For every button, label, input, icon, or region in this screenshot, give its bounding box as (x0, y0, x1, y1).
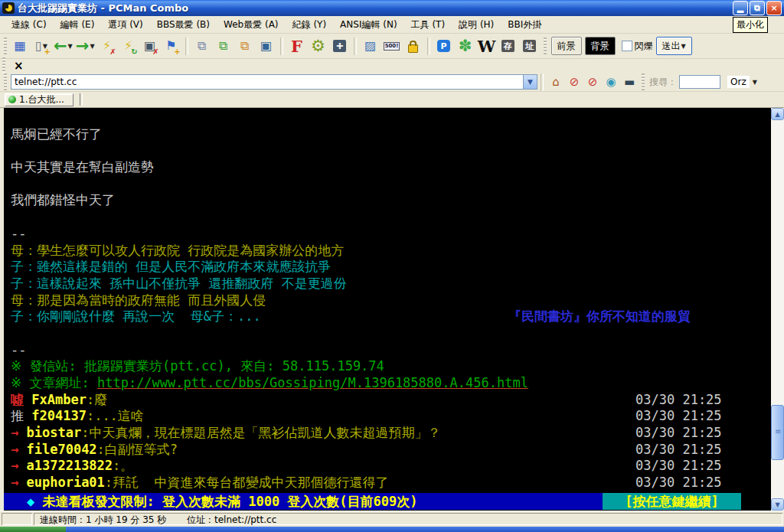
pcman-logo[interactable]: P (435, 37, 453, 55)
send-button[interactable]: 送出▼ (656, 37, 692, 55)
add-bookmark-icon[interactable]: ⚑+ (162, 37, 181, 55)
close-terminal-icon[interactable]: ▣✗ (141, 37, 159, 55)
menu-item-9[interactable]: 說明 (H) (452, 17, 501, 33)
window-title: 台大批踢踢實業坊 - PCMan Combo (18, 2, 731, 15)
menu-item-2[interactable]: 編輯 (E) (54, 17, 102, 33)
minimize-button[interactable]: ▂ (733, 1, 748, 15)
toolbar-separator (280, 38, 283, 55)
menu-item-5[interactable]: Web最愛 (A) (217, 17, 286, 33)
terminal-row-8: -- (4, 226, 771, 243)
tab-label: 1.台大批... (19, 93, 64, 106)
blink-checkbox-box[interactable] (622, 41, 632, 51)
terminal-row-1 (4, 109, 771, 126)
save-ansi-button[interactable]: 存 (499, 37, 518, 55)
address-dropdown-icon[interactable]: ▼ (523, 75, 537, 89)
menu-item-6[interactable]: 紀錄 (Y) (286, 17, 334, 33)
terminal-text-segment: :...這啥 (87, 408, 144, 423)
flower-icon[interactable]: ✽ (456, 37, 475, 55)
close-button[interactable]: × (766, 1, 782, 15)
menu-item-10[interactable]: BBI外掛 (501, 17, 548, 33)
search-input[interactable] (679, 75, 720, 89)
toolbar-separator (544, 38, 547, 54)
terminal-screen[interactable]: 馬炯已經不行了中天其實是在幫白副造勢我們都錯怪中天了--母：學生怎麼可以攻人行政… (0, 108, 784, 511)
new-connection-icon[interactable]: ▯+▼ (32, 37, 51, 55)
address-input[interactable] (11, 76, 523, 88)
terminal-prompt-row: ◆ 未達看板發文限制: 登入次數未滿 1000 登入次數(目前609次) [按任… (4, 493, 771, 510)
terminal-text-segment: → (11, 425, 26, 440)
copy-address-button[interactable]: 址 (521, 37, 539, 55)
terminal-text-segment: 馬炯已經不行了 (11, 126, 102, 142)
terminal-text-segment: 我們都錯怪中天了 (11, 192, 115, 207)
reconnect-icon[interactable]: ⚡↻ (119, 37, 138, 55)
article-url-link[interactable]: http://www.ptt.cc/bbs/Gossiping/M.139618… (97, 375, 528, 390)
forward-icon[interactable]: →▼ (76, 37, 95, 55)
terminal-text-segment: :拜託 中資進來每台都變成中天那個德行還得了 (105, 475, 389, 490)
copy-ansi-icon[interactable]: ⧉ (214, 37, 233, 55)
background-button[interactable]: 背景 (585, 37, 616, 55)
toolbar-separator (354, 38, 357, 55)
copy-icon[interactable]: ⧉ (193, 37, 211, 55)
toolbar-grip[interactable] (2, 57, 5, 74)
counter-icon[interactable]: 500! (383, 37, 401, 55)
connection-time: 連線時間：1 小時 19 分 35 秒 (40, 514, 166, 527)
terminal-row-3 (4, 142, 771, 159)
terminal-row-21: → file70042:白副恆等式?03/30 21:25 (4, 442, 771, 459)
tab-bar: 1.台大批... (0, 92, 784, 108)
diamond-icon: ◆ (27, 494, 34, 509)
fullscreen-icon[interactable]: ✚ (331, 37, 349, 55)
terminal-row-22: → a1372213822:。03/30 21:25 (4, 458, 771, 475)
menu-item-8[interactable]: 工具 (T) (404, 17, 452, 33)
settings-icon[interactable]: ⚙ (309, 37, 328, 55)
lock-icon[interactable] (404, 37, 423, 55)
block-popup-icon[interactable]: ⊘ (566, 73, 583, 90)
scroll-down-icon[interactable]: ▼ (771, 498, 784, 511)
paste-icon[interactable]: ⧉ (236, 37, 254, 55)
terminal-text-segment: ※ 文章網址: (11, 375, 97, 390)
menubar: 連線 (C)編輯 (E)選項 (V)BBS最愛 (B)Web最愛 (A)紀錄 (… (0, 16, 784, 34)
addressbar-grip[interactable] (4, 73, 7, 90)
terminal-screen-icon[interactable]: ▬ (621, 73, 638, 90)
restore-button[interactable]: ⧉ (750, 1, 765, 15)
find-in-terminal-icon[interactable]: ▣ (257, 37, 276, 55)
block-page-icon[interactable]: ⊘ (584, 73, 601, 90)
terminal-text-segment: :。 (113, 458, 133, 473)
scroll-up-icon[interactable]: ▲ (771, 108, 784, 120)
wikipedia-icon[interactable]: W (478, 37, 496, 55)
terminal-row-7 (4, 209, 771, 226)
terminal-text-segment: euphoria01 (26, 475, 104, 490)
globe-icon[interactable]: ◉ (603, 73, 619, 90)
search-engine-dropdown-icon[interactable]: ▼ (753, 79, 757, 86)
terminal-text-segment: → (11, 475, 26, 490)
image-preview-icon[interactable]: ▨ (361, 37, 380, 55)
home-icon[interactable]: ⌂ (547, 73, 564, 90)
search-label: 搜尋： (649, 76, 677, 89)
press-any-key-hint: [按任意鍵繼續] (603, 493, 741, 510)
terminal-text-segment: :中天真爛，現在標題居然是「黑衫佔凱道人數未超過預期」？ (81, 425, 440, 440)
menu-item-7[interactable]: ANSI編輯 (N) (333, 17, 404, 33)
search-engine-label[interactable]: Orz (727, 75, 750, 89)
blink-checkbox[interactable]: 閃爍 (617, 40, 655, 53)
back-icon[interactable]: ←▼ (54, 37, 73, 55)
close-bar-icon[interactable]: × (14, 60, 24, 72)
terminal-scrollbar[interactable]: ▲ ▼ (771, 108, 784, 511)
toolbar-separator (427, 38, 430, 55)
terminal-text-segment: 03/30 21:25 (635, 475, 722, 491)
terminal-text-segment: 母：學生怎麼可以攻人行政院 行政院是為國家辦公的地方 (11, 243, 344, 258)
tab-session-1[interactable]: 1.台大批... (5, 93, 74, 106)
scrollbar-thumb[interactable] (771, 405, 784, 460)
terminal-row-10: 子：雖然這樣是錯的 但是人民不滿政府本來就應該抗爭 (4, 259, 771, 276)
font-icon[interactable]: F (288, 37, 306, 55)
terminal-row-20: → biostar:中天真爛，現在標題居然是「黑衫佔凱道人數未超過預期」？03/… (4, 425, 771, 442)
terminal-text-segment: -- (11, 342, 26, 357)
menu-item-3[interactable]: 選項 (V) (101, 17, 149, 33)
terminal-row-9: 母：學生怎麼可以攻人行政院 行政院是為國家辦公的地方 (4, 243, 771, 259)
terminal-row-23: → euphoria01:拜託 中資進來每台都變成中天那個德行還得了03/30 … (4, 475, 771, 491)
foreground-button[interactable]: 前景 (551, 37, 582, 55)
terminal-row-14 (4, 325, 771, 342)
menu-item-4[interactable]: BBS最愛 (B) (150, 17, 217, 33)
taskbar-start-sliver (0, 527, 66, 532)
menu-item-1[interactable]: 連線 (C) (5, 17, 54, 33)
toolbar-grip[interactable] (4, 38, 7, 54)
disconnect-icon[interactable]: ⚡✗ (98, 37, 116, 55)
session-list-icon[interactable]: ▦ (11, 37, 29, 55)
